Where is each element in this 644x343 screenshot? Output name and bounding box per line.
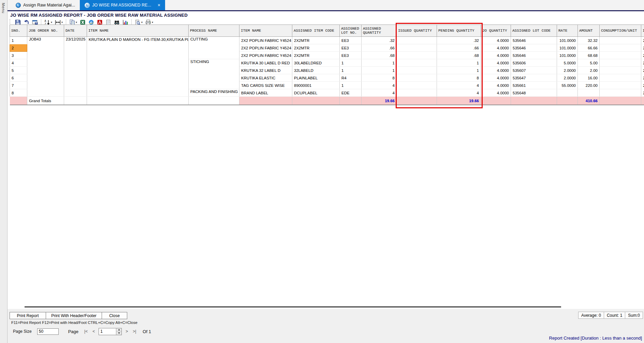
cell-joqty[interactable]: 4.0000	[481, 52, 511, 59]
cell-joqty[interactable]: 4.0000	[481, 37, 511, 44]
cell-joqty[interactable]: 4.0000	[481, 89, 511, 97]
cell-aqty[interactable]: 8	[362, 74, 397, 82]
cell-lotno[interactable]: EE3	[340, 52, 362, 59]
cell-rate[interactable]: 101.0000	[557, 52, 578, 59]
print-report-button[interactable]: Print Report	[10, 312, 46, 319]
cell-lotcode[interactable]: 535646	[511, 37, 557, 44]
col-job_order[interactable]: JOB ORDER NO.	[27, 25, 64, 37]
cell-process[interactable]: STICHING	[189, 59, 239, 89]
copy-dropdown-caret[interactable]: ▾	[76, 21, 77, 24]
cell-pending[interactable]: 4	[437, 89, 481, 97]
sort-dropdown-caret[interactable]: ▾	[51, 21, 52, 24]
col-cons[interactable]: CONSUMPTION/UNIT	[600, 25, 641, 37]
cell-rate[interactable]: 55.0000	[557, 82, 578, 89]
cell-lotcode[interactable]: 535607	[511, 67, 557, 74]
cell-amount[interactable]: 68.68	[578, 52, 600, 59]
cell-partial[interactable]: 2	[641, 52, 644, 59]
cell-issued[interactable]	[397, 67, 437, 74]
cell-issued[interactable]	[397, 59, 437, 67]
cell-sno[interactable]: 8	[10, 89, 27, 97]
cell-partial[interactable]: 2	[641, 74, 644, 82]
col-amount[interactable]: AMOUNT	[578, 25, 600, 37]
cell-date[interactable]: 23/12/2025	[64, 37, 87, 97]
cell-lotno[interactable]: 1	[340, 59, 362, 67]
cell-pending[interactable]: .32	[437, 37, 481, 44]
cell-amount[interactable]: 220.00	[578, 82, 600, 89]
cell-joqty[interactable]: 4.0000	[481, 59, 511, 67]
cell-item2[interactable]: KRUTIKA 32 LABEL D	[239, 67, 292, 74]
cell-aqty[interactable]: 1	[362, 67, 397, 74]
cell-cons[interactable]	[600, 67, 641, 74]
col-sno[interactable]: SNO.	[10, 25, 27, 37]
next-page-button[interactable]: >	[123, 329, 130, 334]
cell-code[interactable]: 2X2MTR	[292, 52, 340, 59]
col-code[interactable]: ASSIGNED ITEM CODE	[292, 25, 340, 37]
tab-jo-wise-rm-report[interactable]: LJO WISE RM ASSIGNED RE...×	[80, 0, 165, 10]
tab-assign-raw-material[interactable]: LAssign Raw Material Agai...	[11, 0, 80, 10]
col-pending[interactable]: PENDING QUANTITY	[437, 25, 481, 37]
cell-cons[interactable]	[600, 44, 641, 52]
cell-code[interactable]: 2X2MTR	[292, 37, 340, 44]
cell-code[interactable]: DCUPLABEL	[292, 89, 340, 97]
cell-joqty[interactable]: 4.0000	[481, 82, 511, 89]
col-partial[interactable]: I	[641, 25, 644, 37]
col-lotcode[interactable]: ASSIGNED LOT CODE	[511, 25, 557, 37]
cell-issued[interactable]	[397, 37, 437, 44]
cell-amount[interactable]: 32.32	[578, 37, 600, 44]
cell-cons[interactable]	[600, 59, 641, 67]
col-lotno[interactable]: ASSIGNED LOT NO.	[340, 25, 362, 37]
cell-pending[interactable]: .68	[437, 52, 481, 59]
cell-rate[interactable]: 101.0000	[557, 44, 578, 52]
print-dropdown-caret[interactable]: ▾	[152, 21, 153, 24]
cell-lotcode[interactable]: 535646	[511, 52, 557, 59]
cell-rate[interactable]: 2.0000	[557, 67, 578, 74]
cell-item2[interactable]: KRUTIKA 30 LABEL D RED	[239, 59, 292, 67]
cell-sno[interactable]: 1	[10, 37, 27, 44]
cell-sno[interactable]: 6	[10, 74, 27, 82]
cell-amount[interactable]	[578, 89, 600, 97]
cell-cons[interactable]	[600, 89, 641, 97]
cell-lotno[interactable]: 1	[340, 82, 362, 89]
cell-lotcode[interactable]: 535646	[511, 44, 557, 52]
cell-joqty[interactable]: 4.0000	[481, 74, 511, 82]
col-joqty[interactable]: JO QUANTITY	[481, 25, 511, 37]
cell-pending[interactable]: 1	[437, 67, 481, 74]
cell-amount[interactable]: 5.00	[578, 59, 600, 67]
cell-partial[interactable]: 2	[641, 44, 644, 52]
cell-item2[interactable]: 2X2 POPLIN FABRIC Y4524	[239, 44, 292, 52]
col-rate[interactable]: RATE	[557, 25, 578, 37]
cell-issued[interactable]	[397, 74, 437, 82]
col-aqty[interactable]: ASSIGNED QUANTITY	[362, 25, 397, 37]
page-size-input[interactable]	[37, 328, 59, 335]
cell-lotno[interactable]: EDE	[340, 89, 362, 97]
cell-item2[interactable]: BRAND LABEL	[239, 89, 292, 97]
cell-partial[interactable]: 2	[641, 59, 644, 67]
prev-page-button[interactable]: <	[90, 329, 97, 334]
col-item2[interactable]: ITEM NAME	[239, 25, 292, 37]
cell-issued[interactable]	[397, 44, 437, 52]
cell-sno[interactable]: 5	[10, 67, 27, 74]
cell-item2[interactable]: 2X2 POPLIN FABRIC Y4524	[239, 37, 292, 44]
cell-sno[interactable]: 7	[10, 82, 27, 89]
cell-aqty[interactable]: 1	[362, 59, 397, 67]
cell-aqty[interactable]: 4	[362, 89, 397, 97]
print-preview-dropdown-caret[interactable]: ▾	[141, 21, 143, 24]
cell-issued[interactable]	[397, 89, 437, 97]
last-page-button[interactable]: >|	[130, 329, 138, 334]
cell-sno[interactable]: 4	[10, 59, 27, 67]
cell-partial[interactable]: 2	[641, 89, 644, 97]
cell-issued[interactable]	[397, 82, 437, 89]
cell-lotno[interactable]: R4	[340, 74, 362, 82]
cell-joqty[interactable]: 4.0000	[481, 67, 511, 74]
cell-rate[interactable]	[557, 89, 578, 97]
cell-code[interactable]: 32LABELD	[292, 67, 340, 74]
cell-aqty[interactable]: .32	[362, 37, 397, 44]
cell-process[interactable]: PACKING AND FINISHING	[189, 89, 239, 97]
cell-job_order[interactable]: JOB43	[27, 37, 64, 97]
cell-sno[interactable]: 2	[10, 44, 27, 52]
cell-cons[interactable]	[600, 37, 641, 44]
horizontal-scrollbar-thumb[interactable]	[25, 306, 561, 308]
cell-aqty[interactable]: 4	[362, 82, 397, 89]
cell-lotcode[interactable]: 535647	[511, 74, 557, 82]
cell-item2[interactable]: KRUTIKA ELASTIC	[239, 74, 292, 82]
